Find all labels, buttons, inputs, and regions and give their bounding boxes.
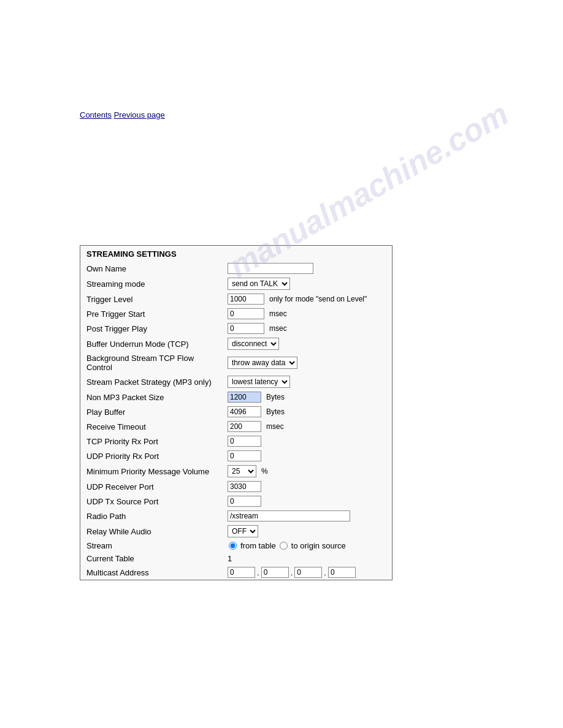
min-priority-label: Minimum Priority Message Volume: [80, 463, 221, 479]
post-trigger-suffix: msec: [269, 324, 287, 333]
previous-page-link[interactable]: Previous page: [114, 110, 165, 119]
table-row: Post Trigger Play msec: [80, 321, 392, 336]
udp-receiver-input[interactable]: [228, 481, 261, 492]
table-row: Non MP3 Packet Size Bytes: [80, 390, 392, 404]
non-mp3-input[interactable]: [228, 392, 261, 403]
stream-packet-label: Stream Packet Strategy (MP3 only): [80, 374, 221, 390]
tcp-priority-input[interactable]: [228, 436, 261, 447]
breadcrumb: Contents Previous page: [80, 110, 165, 119]
dot-sep-3: .: [324, 568, 326, 577]
play-buffer-label: Play Buffer: [80, 404, 221, 419]
pre-trigger-suffix: msec: [269, 309, 287, 318]
multicast-oct3-input[interactable]: [294, 567, 322, 578]
current-table-value: 1: [228, 554, 232, 563]
stream-to-origin-radio[interactable]: [280, 542, 288, 550]
receive-timeout-suffix: msec: [266, 422, 284, 431]
own-name-input[interactable]: [228, 263, 313, 274]
stream-from-table-label: from table: [240, 541, 276, 550]
receive-timeout-input[interactable]: [228, 421, 261, 432]
streaming-settings-panel: STREAMING SETTINGS Own Name Streaming mo…: [80, 245, 393, 580]
stream-packet-select[interactable]: lowest latency best quality balanced: [228, 376, 290, 388]
dot-sep-2: .: [291, 568, 293, 577]
play-buffer-input[interactable]: [228, 406, 261, 417]
table-row: UDP Priority Rx Port: [80, 449, 392, 463]
udp-tx-label: UDP Tx Source Port: [80, 494, 221, 509]
table-row: Stream from table to origin source: [80, 539, 392, 552]
min-priority-select[interactable]: 25 50 75 100: [228, 465, 256, 477]
non-mp3-suffix: Bytes: [266, 393, 285, 401]
receive-timeout-label: Receive Timeout: [80, 419, 221, 434]
stream-to-origin-label: to origin source: [291, 541, 346, 550]
play-buffer-suffix: Bytes: [266, 408, 285, 416]
non-mp3-label: Non MP3 Packet Size: [80, 390, 221, 404]
trigger-level-suffix: only for mode "send on Level": [269, 295, 367, 303]
table-row: Minimum Priority Message Volume 25 50 75…: [80, 463, 392, 479]
streaming-mode-select[interactable]: send on TALK send on Level always send p…: [228, 278, 290, 290]
radio-path-label: Radio Path: [80, 509, 221, 523]
table-row: Relay While Audio OFF ON: [80, 523, 392, 539]
table-row: Background Stream TCP Flow Control throw…: [80, 352, 392, 374]
table-row: Pre Trigger Start msec: [80, 306, 392, 321]
radio-path-input[interactable]: [228, 510, 350, 521]
table-row: Stream Packet Strategy (MP3 only) lowest…: [80, 374, 392, 390]
table-row: Streaming mode send on TALK send on Leve…: [80, 276, 392, 292]
multicast-oct2-input[interactable]: [261, 567, 289, 578]
dot-sep-1: .: [257, 568, 259, 577]
table-row: UDP Receiver Port: [80, 479, 392, 494]
current-table-label: Current Table: [80, 552, 221, 565]
table-row: Play Buffer Bytes: [80, 404, 392, 419]
udp-receiver-label: UDP Receiver Port: [80, 479, 221, 494]
multicast-oct1-input[interactable]: [228, 567, 255, 578]
table-row: TCP Priority Rx Port: [80, 434, 392, 449]
pre-trigger-label: Pre Trigger Start: [80, 306, 221, 321]
table-row: Radio Path: [80, 509, 392, 523]
table-row: Receive Timeout msec: [80, 419, 392, 434]
pre-trigger-input[interactable]: [228, 308, 264, 319]
udp-priority-label: UDP Priority Rx Port: [80, 449, 221, 463]
table-row: Own Name: [80, 261, 392, 276]
min-priority-suffix: %: [261, 467, 268, 476]
settings-title: STREAMING SETTINGS: [80, 246, 392, 261]
stream-label: Stream: [80, 539, 221, 552]
table-row: Current Table 1: [80, 552, 392, 565]
table-row: Buffer Underrun Mode (TCP) disconnect si…: [80, 336, 392, 352]
post-trigger-label: Post Trigger Play: [80, 321, 221, 336]
udp-priority-input[interactable]: [228, 450, 261, 461]
settings-table: Own Name Streaming mode send on TALK sen…: [80, 261, 392, 580]
stream-from-table-radio[interactable]: [229, 542, 237, 550]
bg-stream-select[interactable]: throw away data block disconnect: [228, 357, 297, 369]
contents-link[interactable]: Contents: [80, 110, 112, 119]
streaming-mode-label: Streaming mode: [80, 276, 221, 292]
udp-tx-input[interactable]: [228, 496, 261, 507]
trigger-level-input[interactable]: [228, 294, 264, 305]
table-row: UDP Tx Source Port: [80, 494, 392, 509]
multicast-label: Multicast Address: [80, 565, 221, 580]
tcp-priority-label: TCP Priority Rx Port: [80, 434, 221, 449]
table-row: Multicast Address . . .: [80, 565, 392, 580]
relay-while-label: Relay While Audio: [80, 523, 221, 539]
buffer-underrun-label: Buffer Underrun Mode (TCP): [80, 336, 221, 352]
multicast-oct4-input[interactable]: [328, 567, 356, 578]
relay-while-select[interactable]: OFF ON: [228, 525, 258, 537]
own-name-label: Own Name: [80, 261, 221, 276]
post-trigger-input[interactable]: [228, 323, 264, 334]
bg-stream-label: Background Stream TCP Flow Control: [80, 352, 221, 374]
buffer-underrun-select[interactable]: disconnect silence repeat: [228, 338, 279, 350]
trigger-level-label: Trigger Level: [80, 292, 221, 306]
table-row: Trigger Level only for mode "send on Lev…: [80, 292, 392, 306]
